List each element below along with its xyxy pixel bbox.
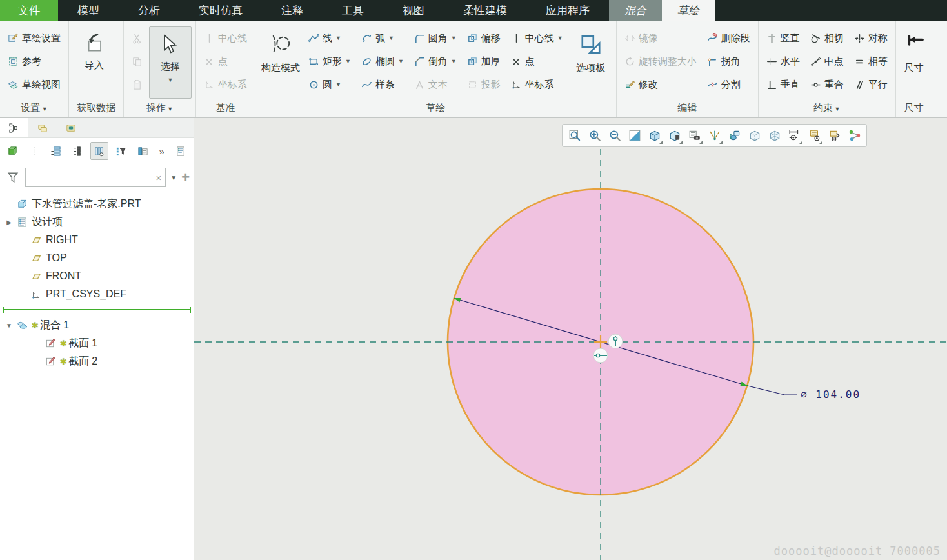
arc-button[interactable]: 弧▼	[357, 26, 408, 50]
group-label-constrain[interactable]: 约束 ▼	[761, 102, 893, 117]
dropdown-arrow-icon[interactable]: ▼	[335, 35, 341, 41]
point-button[interactable]: 点	[507, 50, 567, 73]
graphics-canvas[interactable]: ⌀ 104.00 dooooit@dooooit_7000005	[194, 118, 947, 560]
tree-filter-button[interactable]	[112, 142, 130, 160]
datum-display-button[interactable]	[705, 126, 724, 145]
dimension-value[interactable]: ⌀ 104.00	[801, 388, 861, 401]
spin-center-button[interactable]	[845, 126, 864, 145]
tree-node-plane-top[interactable]: TOP	[0, 249, 194, 267]
menu-tab-flexible-modeling[interactable]: 柔性建模	[444, 0, 526, 21]
tree-node-csys-node[interactable]: PRT_CSYS_DEF	[0, 285, 194, 303]
menu-tab-blend[interactable]: 混合	[609, 0, 662, 21]
delete-segment-button[interactable]: 删除段	[703, 26, 754, 50]
expand-items-button[interactable]	[47, 142, 65, 160]
display-style-button[interactable]	[645, 126, 664, 145]
tree-search-field[interactable]: ×	[25, 168, 166, 187]
reorient-view-button[interactable]	[725, 126, 744, 145]
collapse-items-button[interactable]	[69, 142, 87, 160]
panel-tab-favorites[interactable]	[57, 118, 85, 137]
zoom-in-button[interactable]	[585, 126, 604, 145]
display-cube-button[interactable]	[4, 142, 22, 160]
coincident-constraint-badge[interactable]	[593, 348, 608, 363]
divide-button[interactable]: 分割	[703, 73, 754, 96]
modify-button[interactable]: 修改	[621, 73, 701, 96]
menu-tab-tools[interactable]: 工具	[323, 0, 383, 21]
palette-button[interactable]: 选项板	[570, 26, 612, 99]
clear-search-icon[interactable]: ×	[155, 172, 161, 183]
import-button[interactable]: 导入	[73, 26, 115, 99]
group-dropdown-arrow-icon[interactable]: ▼	[40, 106, 47, 112]
tree-node-design-items-node[interactable]: ▶设计项	[0, 213, 194, 231]
horizontal-constraint-button[interactable]: 水平	[763, 50, 804, 73]
dropdown-arrow-icon[interactable]: ▼	[345, 58, 351, 65]
offset-button[interactable]: 偏移	[463, 26, 504, 50]
sketch-view-button[interactable]: 草绘视图	[4, 73, 65, 96]
expander-expanded-icon[interactable]: ▼	[5, 322, 13, 329]
tree-node-plane-right[interactable]: RIGHT	[0, 231, 194, 249]
menu-tab-sketch[interactable]: 草绘	[662, 0, 715, 21]
tree-columns-button[interactable]	[90, 142, 108, 160]
zoom-region-button[interactable]	[565, 126, 584, 145]
tree-copy-button[interactable]	[134, 142, 152, 160]
filter-dropdown-arrow[interactable]: ▼	[169, 173, 178, 183]
fillet-button[interactable]: 圆角▼	[410, 26, 461, 50]
construction-mode-button[interactable]: 构造模式	[259, 26, 302, 99]
corner-button[interactable]: 拐角	[703, 50, 754, 73]
line-button[interactable]: 线▼	[304, 26, 355, 50]
group-dropdown-arrow-icon[interactable]: ▼	[166, 106, 173, 112]
group-label-operations[interactable]: 操作 ▼	[126, 102, 193, 117]
expander-collapsed-icon[interactable]: ▶	[5, 219, 13, 226]
add-filter-button[interactable]: +	[181, 169, 190, 186]
refit-button[interactable]	[625, 126, 644, 145]
sketch-setup-button[interactable]: 草绘设置	[4, 26, 65, 50]
panel-tab-model-tree[interactable]	[0, 118, 28, 137]
references-button[interactable]: 参考	[4, 50, 65, 73]
saved-orientations-button[interactable]	[685, 126, 704, 145]
symmetric-constraint-button[interactable]: 对称	[850, 26, 892, 50]
ellipse-button[interactable]: 椭圆▼	[357, 50, 408, 73]
dropdown-arrow-icon[interactable]: ▼	[451, 35, 457, 41]
thicken-button[interactable]: 加厚	[463, 50, 504, 73]
menu-tab-live-simulation[interactable]: 实时仿真	[179, 0, 262, 21]
dropdown-arrow-icon[interactable]: ▼	[557, 35, 563, 41]
tangent-constraint-button[interactable]: 相切	[806, 26, 848, 50]
more-chevrons-button[interactable]: »	[155, 142, 168, 160]
transparent-view-button[interactable]	[765, 126, 784, 145]
menu-tab-analysis[interactable]: 分析	[119, 0, 179, 21]
dropdown-arrow-icon[interactable]: ▼	[335, 81, 341, 88]
parallel-constraint-button[interactable]: 平行	[850, 73, 892, 96]
equal-constraint-button[interactable]: 相等	[850, 50, 892, 73]
midpoint-constraint-button[interactable]: 中点	[806, 50, 848, 73]
tree-node-section-1[interactable]: ✱截面 1	[0, 334, 194, 352]
circle-button[interactable]: 圆▼	[304, 73, 355, 96]
vertical-constraint-button[interactable]: 竖直	[763, 26, 804, 50]
csys-button[interactable]: 坐标系	[507, 73, 567, 96]
perpendicular-constraint-button[interactable]: 垂直	[763, 73, 804, 96]
annotation-display-button[interactable]	[805, 126, 824, 145]
dimension-display-button[interactable]	[785, 126, 804, 145]
menu-tab-file[interactable]: 文件	[0, 0, 58, 21]
search-input[interactable]	[30, 172, 155, 183]
select-button[interactable]: 选择▼	[149, 26, 192, 99]
dropdown-arrow-icon[interactable]: ▼	[451, 58, 457, 65]
dimension-button[interactable]: 尺寸	[900, 26, 928, 99]
group-label-setup[interactable]: 设置 ▼	[3, 102, 66, 117]
menu-tab-applications[interactable]: 应用程序	[526, 0, 609, 21]
section-view-button[interactable]	[665, 126, 684, 145]
tree-node-part-node[interactable]: 下水管过滤盖-老家.PRT	[0, 195, 194, 213]
dropdown-arrow-icon[interactable]: ▼	[398, 58, 404, 65]
menu-tab-view[interactable]: 视图	[383, 0, 444, 21]
vertical-constraint-badge[interactable]	[608, 334, 623, 348]
settings-file-button[interactable]	[172, 142, 190, 160]
group-dropdown-arrow-icon[interactable]: ▼	[833, 106, 840, 112]
coincident-constraint-button[interactable]: 重合	[806, 73, 848, 96]
dropdown-arrow-icon[interactable]: ▼	[388, 35, 394, 41]
centerline-button[interactable]: 中心线▼	[507, 26, 567, 50]
dropdown-arrow-icon[interactable]: ▼	[168, 77, 174, 83]
hidden-line-view-button[interactable]	[745, 126, 764, 145]
tree-node-plane-front[interactable]: FRONT	[0, 267, 194, 285]
chamfer-button[interactable]: 倒角▼	[410, 50, 461, 73]
rectangle-button[interactable]: 矩形▼	[304, 50, 355, 73]
insertion-marker[interactable]	[0, 303, 194, 316]
spline-button[interactable]: 样条	[357, 73, 408, 96]
